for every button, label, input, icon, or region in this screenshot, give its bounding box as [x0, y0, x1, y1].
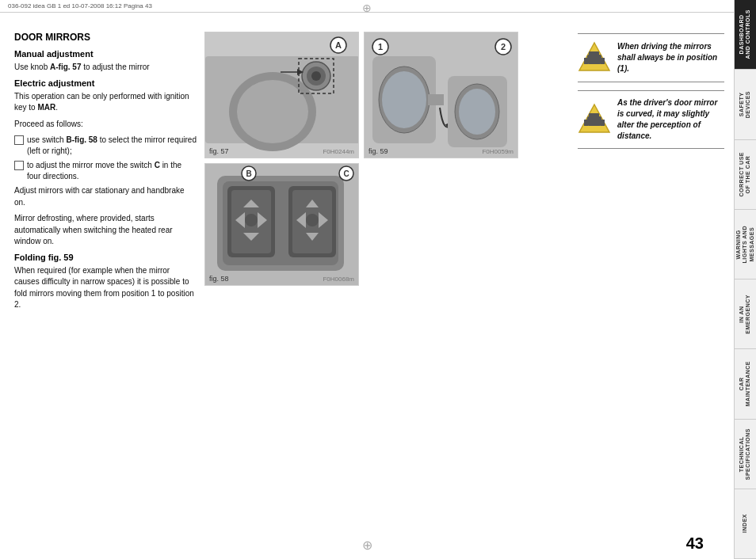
svg-point-6: [311, 71, 321, 81]
sidebar: DASHBOARDAND CONTROLS SAFETYDEVICES CORR…: [734, 0, 756, 559]
sidebar-item-maintenance[interactable]: CARMAINTENANCE: [735, 349, 756, 419]
fig58-svg: B C: [205, 164, 359, 286]
figure-59: 1 2 fig. 59 F0H0059m: [364, 32, 518, 158]
header-text: 036-092 idea GB 1 ed 10-07-2008 16:12 Pa…: [8, 2, 152, 10]
svg-point-33: [245, 214, 258, 226]
electric-adjustment-title: Electric adjustment: [14, 78, 197, 88]
svg-rect-54: [589, 113, 599, 120]
figures-top-row: A fig. 57 F0H0244m: [204, 32, 570, 158]
sidebar-item-warning[interactable]: WARNINGLIGHTS ANDMESSAGES: [735, 210, 756, 280]
section-title: DOOR MIRRORS: [14, 32, 197, 43]
bullet-item-1: use switch B-fig. 58 to select the mirro…: [14, 135, 197, 157]
svg-point-19: [459, 89, 495, 135]
sidebar-label-maintenance: CARMAINTENANCE: [739, 361, 752, 406]
electric-text2: Proceed as follows:: [14, 119, 197, 131]
crosshair-bottom-icon: ⊕: [362, 538, 372, 553]
svg-text:1: 1: [378, 42, 383, 51]
triangle-svg-2: [578, 102, 611, 135]
bullet-text-2: to adjust the mirror move the switch C i…: [27, 160, 197, 182]
sidebar-label-technical: TECHNICALSPECIFICATIONS: [739, 428, 752, 480]
crosshair-top-icon: ⊕: [362, 2, 372, 14]
fig58-label: fig. 58: [209, 275, 229, 283]
svg-rect-47: [584, 58, 588, 64]
svg-text:A: A: [335, 40, 342, 50]
bullet-checkbox-2: [14, 161, 24, 170]
svg-rect-53: [601, 120, 605, 126]
info-column: When driving the mirrors shall always be…: [578, 32, 724, 316]
fig59-label: fig. 59: [368, 147, 388, 155]
sidebar-label-index: INDEX: [742, 514, 748, 533]
sidebar-label-safety: SAFETYDEVICES: [739, 91, 752, 118]
sidebar-item-index[interactable]: INDEX: [735, 489, 756, 559]
fig58-code: F0H0068m: [323, 276, 354, 283]
manual-adjustment-text: Use knob A-fig. 57 to adjust the mirror: [14, 62, 197, 74]
sidebar-label-warning: WARNINGLIGHTS ANDMESSAGES: [735, 226, 755, 264]
content-area: DOOR MIRRORS Manual adjustment Use knob …: [14, 32, 724, 316]
main-content: 036-092 idea GB 1 ed 10-07-2008 16:12 Pa…: [0, 0, 734, 559]
fig57-label: fig. 57: [209, 147, 229, 155]
figures-bottom-row: B C fig. 58 F0H0068m: [204, 163, 570, 286]
svg-point-15: [382, 71, 426, 128]
manual-adjustment-title: Manual adjustment: [14, 49, 197, 59]
sidebar-label-correct-use: CORRECT USEOF THE CAR: [739, 152, 752, 196]
svg-rect-48: [601, 58, 605, 64]
fig59-code: F0H0059m: [482, 148, 514, 155]
fig59-svg: 1 2: [365, 32, 518, 158]
bullet-item-2: to adjust the mirror move the switch C i…: [14, 160, 197, 182]
sidebar-item-safety[interactable]: SAFETYDEVICES: [735, 70, 756, 139]
svg-text:C: C: [343, 169, 349, 178]
figure-58: B C fig. 58 F0H0068m: [204, 163, 359, 286]
svg-text:2: 2: [501, 42, 506, 51]
svg-rect-52: [584, 120, 588, 126]
sidebar-item-dashboard[interactable]: DASHBOARDAND CONTROLS: [735, 0, 756, 70]
bullet-text-1: use switch B-fig. 58 to select the mirro…: [27, 135, 197, 157]
fig57-svg: A: [205, 32, 359, 158]
svg-point-3: [237, 80, 308, 143]
folding-text: When required (for example when the mirr…: [14, 265, 197, 311]
info-box-1: When driving the mirrors shall always be…: [578, 33, 724, 82]
triangle-svg-1: [578, 40, 611, 74]
sidebar-label-emergency: IN ANEMERGENCY: [739, 295, 752, 334]
electric-text1: This operation can be only performed wit…: [14, 91, 197, 114]
svg-rect-16: [428, 94, 444, 105]
svg-rect-49: [589, 51, 599, 58]
sidebar-item-emergency[interactable]: IN ANEMERGENCY: [735, 280, 756, 349]
info-text-2: As the driver's door mirror is curved, i…: [617, 97, 724, 142]
electric-text4: Mirror defrosting, where provided, start…: [14, 213, 197, 248]
figure-57: A fig. 57 F0H0244m: [204, 32, 359, 158]
electric-text3: Adjust mirrors with car stationary and h…: [14, 185, 197, 208]
figures-column: A fig. 57 F0H0244m: [204, 32, 570, 316]
warning-triangle-icon-1: [578, 40, 611, 75]
fig57-code: F0H0244m: [323, 148, 354, 155]
header-strip: 036-092 idea GB 1 ed 10-07-2008 16:12 Pa…: [0, 0, 734, 13]
bullet-checkbox-1: [14, 135, 24, 145]
info-box-2: As the driver's door mirror is curved, i…: [578, 90, 724, 149]
sidebar-item-correct-use[interactable]: CORRECT USEOF THE CAR: [735, 140, 756, 210]
svg-point-40: [306, 214, 319, 226]
info-text-1: When driving the mirrors shall always be…: [617, 41, 724, 74]
folding-section: Folding fig. 59 When required (for examp…: [14, 253, 197, 311]
sidebar-label-dashboard: DASHBOARDAND CONTROLS: [739, 10, 752, 59]
page-number: 43: [686, 534, 704, 553]
page-container: 036-092 idea GB 1 ed 10-07-2008 16:12 Pa…: [0, 0, 756, 559]
text-column: DOOR MIRRORS Manual adjustment Use knob …: [14, 32, 197, 316]
warning-triangle-icon-2: [578, 102, 611, 137]
sidebar-item-technical[interactable]: TECHNICALSPECIFICATIONS: [735, 420, 756, 489]
svg-text:B: B: [246, 169, 251, 178]
folding-title: Folding fig. 59: [14, 253, 197, 262]
